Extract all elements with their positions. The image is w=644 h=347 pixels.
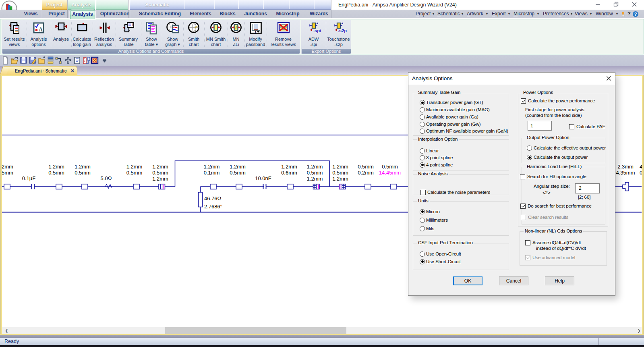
svg-text:1.2mm: 1.2mm: [307, 176, 323, 182]
svg-text:.s2p: .s2p: [338, 28, 347, 33]
svg-text:A: A: [39, 27, 43, 33]
svg-text:.spi: .spi: [313, 28, 321, 33]
svg-text:0.5mm: 0.5mm: [152, 170, 168, 176]
svg-text:1.2mm: 1.2mm: [152, 176, 168, 182]
svg-text:5.0Ω: 5.0Ω: [101, 175, 112, 181]
svg-text:0.5mm: 0.5mm: [382, 164, 398, 170]
svg-text:0.5mm: 0.5mm: [230, 170, 246, 176]
svg-text:0.1mm: 0.1mm: [204, 170, 220, 176]
svg-text:1.2mm: 1.2mm: [75, 164, 91, 170]
svg-text:10.0nF: 10.0nF: [255, 175, 271, 181]
svg-text:2.7686°: 2.7686°: [204, 204, 222, 210]
svg-text:1.2mm: 1.2mm: [332, 176, 348, 182]
svg-text:0.6mm: 0.6mm: [281, 170, 297, 176]
svg-text:1.2mm: 1.2mm: [332, 164, 348, 170]
svg-text:0.5mm: 0.5mm: [332, 170, 348, 176]
svg-text:1.2mm: 1.2mm: [48, 164, 64, 170]
svg-text:0.5mm: 0.5mm: [48, 170, 64, 176]
svg-text:5mm: 5mm: [2, 170, 13, 176]
svg-text:0.5mm: 0.5mm: [75, 170, 91, 176]
svg-text:0.2mm: 0.2mm: [358, 170, 374, 176]
svg-text:1.2mm: 1.2mm: [230, 164, 246, 170]
svg-text:1.2mm: 1.2mm: [307, 164, 323, 170]
svg-text:1.2mm: 1.2mm: [152, 164, 168, 170]
svg-text:2.3mm: 2.3mm: [617, 164, 634, 170]
svg-text:1.2mm: 1.2mm: [204, 164, 220, 170]
svg-text:0.5mm: 0.5mm: [358, 164, 374, 170]
svg-text:46.76Ω: 46.76Ω: [204, 195, 222, 202]
svg-text:1.2mm: 1.2mm: [281, 164, 297, 170]
svg-text:1.2mm: 1.2mm: [126, 164, 143, 170]
svg-text:?: ?: [634, 12, 637, 17]
svg-text:0.5mm: 0.5mm: [126, 170, 143, 176]
svg-text:2mm: 2mm: [2, 164, 13, 170]
svg-text:0.1µF: 0.1µF: [22, 175, 36, 181]
svg-text:14.45mm: 14.45mm: [379, 170, 401, 176]
svg-text:0.5mm: 0.5mm: [307, 170, 323, 176]
svg-text:4.35mm: 4.35mm: [616, 170, 635, 176]
